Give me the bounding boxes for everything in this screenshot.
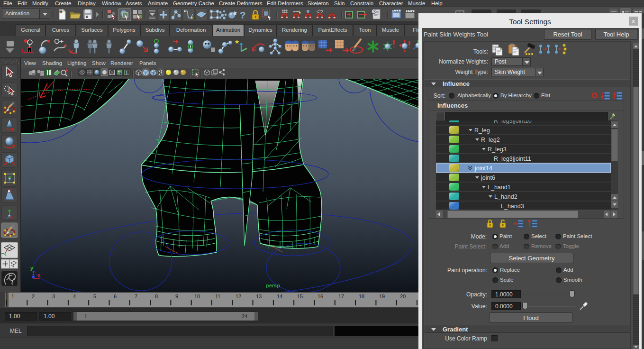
svg-text:13: 13	[256, 294, 262, 299]
svg-text:5: 5	[93, 294, 96, 299]
svg-text:9: 9	[175, 294, 178, 299]
svg-text:T: T	[125, 70, 128, 75]
svg-text:10: 10	[194, 294, 200, 299]
svg-text:L_hand2: L_hand2	[494, 193, 517, 200]
svg-text:19: 19	[379, 294, 385, 299]
svg-text:7: 7	[135, 294, 137, 299]
svg-text:12: 12	[236, 294, 241, 299]
svg-text:R_leg3|joint10: R_leg3|joint10	[494, 120, 532, 124]
svg-text:R_leg: R_leg	[474, 127, 490, 134]
svg-text:15: 15	[297, 294, 303, 299]
svg-text:L_hand3: L_hand3	[501, 203, 524, 210]
svg-text:x: x	[37, 272, 41, 278]
svg-text:2: 2	[32, 294, 35, 299]
svg-text:16: 16	[317, 294, 323, 299]
svg-text:6: 6	[114, 294, 117, 299]
svg-text:8: 8	[155, 294, 158, 299]
svg-text:3: 3	[52, 294, 55, 299]
svg-text:persp: persp	[266, 283, 280, 288]
svg-text:joint6: joint6	[481, 174, 495, 181]
svg-text:18: 18	[359, 294, 364, 299]
svg-text:1: 1	[11, 294, 14, 299]
svg-text:?: ?	[240, 10, 245, 20]
svg-text:joint14: joint14	[474, 165, 492, 172]
svg-text:y: y	[30, 265, 34, 271]
svg-text:17: 17	[338, 294, 344, 299]
svg-text:R_leg2: R_leg2	[481, 137, 500, 143]
svg-text:R_leg3: R_leg3	[488, 146, 507, 153]
svg-text:4: 4	[73, 294, 76, 299]
svg-text:R_leg3|joint11: R_leg3|joint11	[494, 156, 531, 162]
svg-text:20: 20	[400, 294, 406, 299]
svg-text:11: 11	[215, 294, 220, 299]
svg-text:L_hand1: L_hand1	[488, 184, 511, 191]
svg-text:14: 14	[277, 294, 282, 299]
